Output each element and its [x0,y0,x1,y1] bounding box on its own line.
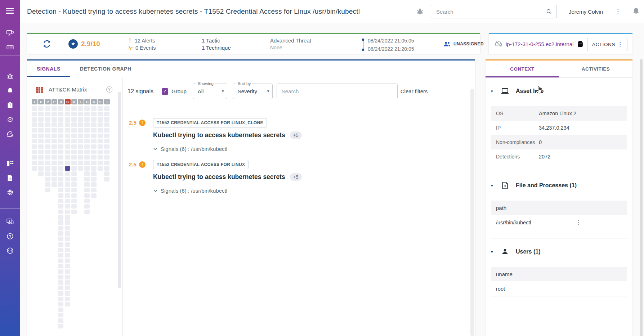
matrix-tactic-header[interactable]: D [71,99,77,104]
matrix-cell[interactable] [91,171,97,176]
context-panel-scrollbar[interactable] [640,59,643,336]
matrix-cell[interactable] [91,182,97,187]
matrix-cell[interactable] [91,155,97,160]
more-count-badge[interactable]: +5 [290,173,302,181]
file-path-value[interactable]: /usr/bin/kubectl [496,220,531,225]
alerts-count[interactable]: 12 Alerts [135,38,155,44]
matrix-cell[interactable] [65,226,70,230]
matrix-cell[interactable] [58,106,63,111]
matrix-cell[interactable] [65,275,70,279]
matrix-tactic-header[interactable]: D [58,99,64,104]
matrix-cell[interactable] [65,204,70,209]
matrix-cell[interactable] [52,150,57,154]
malware-bug-icon[interactable] [6,72,14,81]
matrix-cell-selected[interactable] [65,166,70,171]
matrix-cell[interactable] [84,177,90,182]
matrix-cell[interactable] [84,182,90,187]
matrix-cell[interactable] [58,297,63,301]
matrix-cell[interactable] [71,106,77,111]
help-icon[interactable]: ? [6,232,14,241]
matrix-cell[interactable] [58,188,63,193]
matrix-cell[interactable] [58,275,63,279]
matrix-cell[interactable] [58,193,63,198]
matrix-cell[interactable] [78,166,83,171]
matrix-cell[interactable] [84,144,90,149]
matrix-cell[interactable] [32,117,37,122]
matrix-cell[interactable] [65,302,70,307]
group-checkbox-label[interactable]: Group [171,88,187,94]
matrix-cell[interactable] [38,171,44,176]
matrix-cell[interactable] [65,134,70,138]
matrix-cell[interactable] [91,188,97,193]
matrix-cell[interactable] [65,215,70,220]
tab-activities[interactable]: ACTIVITIES [559,61,632,77]
matrix-cell[interactable] [65,199,70,203]
user-name-value[interactable]: root [496,286,505,292]
matrix-cell[interactable] [84,155,90,160]
matrix-cell[interactable] [45,122,50,127]
matrix-cell[interactable] [71,134,77,138]
matrix-cell[interactable] [58,161,63,165]
matrix-cell[interactable] [52,139,57,144]
matrix-cell[interactable] [58,286,63,290]
matrix-cell[interactable] [45,166,50,171]
reports-icon[interactable] [6,174,14,182]
matrix-cell[interactable] [65,231,70,236]
matrix-cell[interactable] [65,182,70,187]
matrix-cell[interactable] [78,112,83,116]
matrix-cell[interactable] [91,150,97,154]
events-count[interactable]: 0 Events [135,45,156,51]
matrix-cell[interactable] [65,248,70,252]
matrix-help-icon[interactable]: ? [106,86,112,93]
matrix-cell[interactable] [52,106,57,111]
matrix-cell[interactable] [104,144,109,149]
matrix-cell[interactable] [98,134,103,138]
matrix-cell[interactable] [58,313,63,318]
matrix-cell[interactable] [71,122,77,127]
matrix-cell[interactable] [78,106,83,111]
matrix-cell[interactable] [58,324,63,328]
matrix-cell[interactable] [58,117,63,122]
matrix-cell[interactable] [38,117,44,122]
matrix-cell[interactable] [65,264,70,269]
tactic-label[interactable]: Tactic [206,37,220,44]
matrix-cell[interactable] [84,150,90,154]
matrix-cell[interactable] [58,128,63,133]
matrix-cell[interactable] [52,171,57,176]
matrix-cell[interactable] [45,161,50,165]
matrix-cell[interactable] [104,122,109,127]
matrix-cell[interactable] [91,128,97,133]
matrix-cell[interactable] [45,144,50,149]
matrix-cell[interactable] [65,139,70,144]
matrix-cell[interactable] [58,166,63,171]
signals-search-input[interactable] [277,84,397,99]
matrix-cell[interactable] [58,269,63,274]
matrix-cell[interactable] [78,128,83,133]
matrix-cell[interactable] [71,199,77,203]
matrix-cell[interactable] [58,139,63,144]
matrix-cell[interactable] [65,210,70,214]
matrix-cell[interactable] [45,150,50,154]
matrix-cell[interactable] [91,193,97,198]
matrix-cell[interactable] [84,128,90,133]
alerts-bell-icon[interactable] [6,86,14,95]
matrix-cell[interactable] [38,166,44,171]
matrix-cell[interactable] [58,199,63,203]
user-menu-kebab-icon[interactable]: ⋮ [614,6,622,17]
matrix-cell[interactable] [38,139,44,144]
matrix-tactic-header[interactable]: I [104,99,110,104]
matrix-cell[interactable] [38,122,44,127]
matrix-cell[interactable] [71,210,77,214]
matrix-cell[interactable] [65,259,70,263]
matrix-cell[interactable] [65,242,70,247]
container-icon[interactable] [6,43,14,51]
matrix-tactic-header[interactable]: E [98,99,103,104]
matrix-cell[interactable] [58,280,63,285]
matrix-cell[interactable] [58,171,63,176]
matrix-cell[interactable] [65,286,70,290]
signal-expand-toggle[interactable]: Signals (6) : /usr/bin/kubectl [153,188,468,194]
matrix-tactic-header[interactable]: P [52,99,57,104]
matrix-cell[interactable] [38,161,44,165]
matrix-cell[interactable] [32,139,37,144]
matrix-cell[interactable] [98,161,103,165]
